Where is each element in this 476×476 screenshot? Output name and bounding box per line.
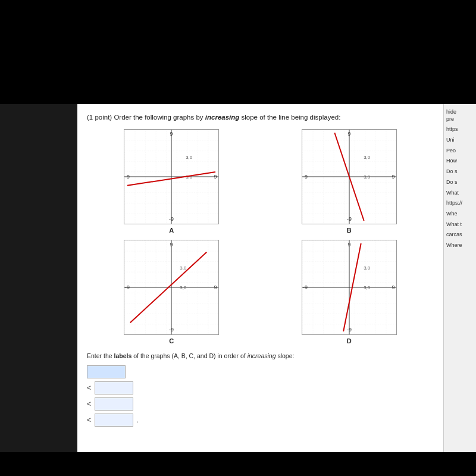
sidebar-item-dos2[interactable]: Do s (446, 179, 474, 186)
sidebar-item-peo[interactable]: Peo (446, 148, 474, 155)
graph-a-label: A (169, 227, 174, 234)
graph-a-container: 9 -9 9 -9 3,0 3,0 A (87, 129, 256, 234)
sidebar-item-hide[interactable]: hidepre (446, 109, 474, 123)
black-bar-top (0, 0, 476, 104)
answer-row-4: < . (87, 414, 434, 427)
question-italic: increasing (205, 114, 240, 121)
svg-text:-9: -9 (303, 284, 308, 290)
graph-c: 9 -9 9 -9 3,0 3,0 (124, 240, 219, 335)
sidebar-item-carcas[interactable]: carcas (446, 231, 474, 239)
graph-b-label: B (347, 227, 352, 234)
svg-text:-9: -9 (347, 216, 352, 222)
answer-prompt: Enter the labels of the graphs (A, B, C,… (87, 352, 434, 361)
svg-text:3,0: 3,0 (364, 155, 371, 160)
graphs-grid: 9 -9 9 -9 3,0 3,0 A (87, 129, 434, 345)
graph-d: 9 -9 9 -9 3,0 3,0 (302, 240, 397, 335)
period-dot: . (136, 416, 138, 424)
answer-row-2: < (87, 381, 434, 394)
svg-text:3,0: 3,0 (186, 155, 193, 160)
answer-input-4[interactable] (95, 414, 133, 427)
svg-text:9: 9 (214, 174, 217, 180)
svg-text:3,0: 3,0 (364, 285, 371, 290)
svg-text:-9: -9 (169, 216, 174, 222)
sidebar-item-what1[interactable]: What (446, 190, 474, 197)
graph-c-container: 9 -9 9 -9 3,0 3,0 C (87, 240, 256, 345)
svg-text:9: 9 (170, 131, 173, 137)
main-content: (1 point) Order the following graphs by … (77, 104, 443, 452)
sidebar-item-https2[interactable]: https:// (446, 200, 474, 207)
answer-row-3: < (87, 397, 434, 411)
svg-text:3,0: 3,0 (180, 265, 187, 271)
graph-a: 9 -9 9 -9 3,0 3,0 (124, 129, 219, 224)
svg-text:3,0: 3,0 (364, 174, 371, 180)
sidebar-item-uni[interactable]: Uni (446, 137, 474, 144)
svg-text:3,0: 3,0 (180, 285, 187, 290)
svg-text:-9: -9 (125, 284, 130, 290)
left-panel (0, 104, 77, 452)
black-bar-bottom (0, 452, 476, 476)
svg-text:9: 9 (347, 242, 350, 248)
separator-1: < (87, 384, 92, 392)
graph-d-container: 9 -9 9 -9 3,0 3,0 D (265, 240, 434, 345)
svg-text:9: 9 (214, 284, 217, 290)
svg-text:9: 9 (170, 242, 173, 248)
question-text-start: (1 point) Order the following graphs by (87, 114, 205, 121)
separator-3: < (87, 416, 92, 424)
right-sidebar: hidepre https Uni Peo How Do s Do s What… (443, 104, 476, 452)
answer-section: Enter the labels of the graphs (A, B, C,… (87, 352, 434, 427)
question-text-end: slope of the line being displayed: (239, 114, 340, 121)
sidebar-item-how[interactable]: How (446, 158, 474, 165)
sidebar-item-dos1[interactable]: Do s (446, 168, 474, 176)
graph-b-container: 9 -9 9 -9 3,0 3,0 B (265, 129, 434, 234)
answer-input-1[interactable] (87, 365, 126, 378)
sidebar-item-whe[interactable]: Whe (446, 211, 474, 218)
separator-2: < (87, 400, 92, 408)
answer-input-2[interactable] (95, 381, 133, 394)
question-header: (1 point) Order the following graphs by … (87, 112, 434, 122)
svg-text:-9: -9 (347, 327, 352, 333)
svg-text:-9: -9 (125, 174, 130, 180)
answer-input-3[interactable] (95, 397, 133, 411)
svg-text:3,0: 3,0 (364, 265, 371, 271)
svg-text:9: 9 (392, 284, 394, 290)
svg-text:-9: -9 (169, 327, 174, 333)
svg-text:-9: -9 (303, 174, 308, 180)
answer-row-1 (87, 365, 434, 378)
svg-text:9: 9 (347, 131, 350, 137)
graph-b: 9 -9 9 -9 3,0 3,0 (302, 129, 397, 224)
svg-text:9: 9 (392, 174, 394, 180)
graph-d-label: D (347, 337, 352, 345)
sidebar-item-what2[interactable]: What t (446, 221, 474, 228)
sidebar-item-https[interactable]: https (446, 126, 474, 133)
sidebar-item-where[interactable]: Where (446, 242, 474, 249)
graph-c-label: C (169, 337, 174, 345)
